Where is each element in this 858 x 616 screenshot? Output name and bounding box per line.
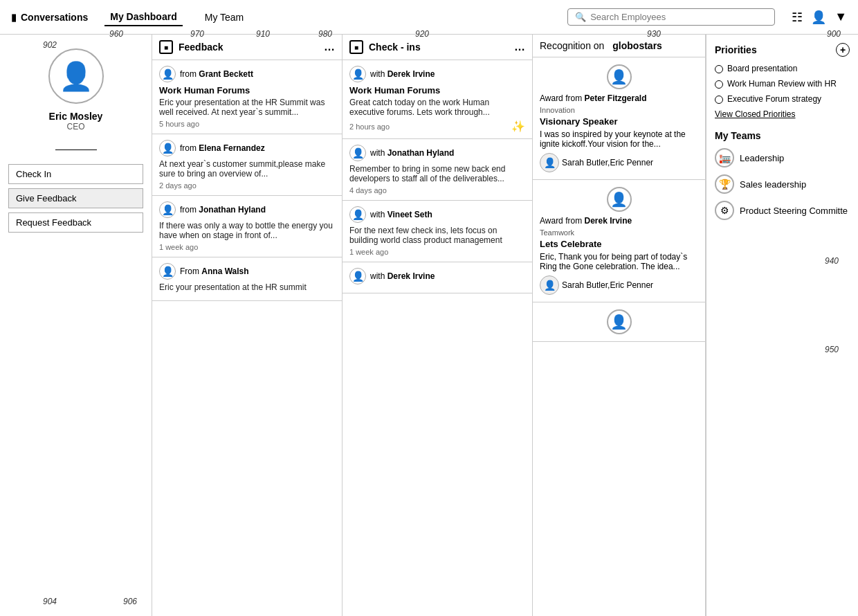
- user-title: CEO: [66, 122, 84, 132]
- anno-930: 930: [647, 29, 661, 39]
- feedback-time-3: 1 week ago: [159, 243, 335, 251]
- recognition-column: Recognition on globostars 👤 Award from P…: [533, 35, 706, 616]
- checkins-column: ■ Check - ins … 👤 with Derek Irvine Work…: [343, 35, 533, 616]
- left-sidebar: 👤 Eric Mosley CEO Check In Give Feedback…: [0, 35, 152, 616]
- feedback-body-1: Eric your presentation at the HR Summit …: [159, 98, 335, 117]
- priority-text-3: Executive Forum strategy: [727, 94, 821, 104]
- feedback-item-3: 👤 from Jonathan Hyland If there was only…: [152, 196, 342, 257]
- search-input[interactable]: [590, 12, 767, 22]
- recog-type-1: Innovation: [540, 106, 698, 114]
- team-avatar-1: 🏣: [715, 148, 734, 167]
- give-feedback-button[interactable]: Give Feedback: [8, 188, 143, 208]
- checkin-time-2: 4 days ago: [349, 186, 525, 194]
- dropdown-arrow-icon[interactable]: ▼: [834, 10, 847, 24]
- checkins-column-header: ■ Check - ins …: [343, 35, 532, 60]
- team-item-3[interactable]: ⚙ Product Steering Committe: [715, 201, 850, 220]
- feedback-avatar-2: 👤: [159, 140, 176, 156]
- feedback-avatar-3: 👤: [159, 201, 176, 218]
- tab-my-team[interactable]: My Team: [199, 9, 250, 26]
- checkin-body-1: Great catch today on the work Human exec…: [349, 98, 525, 117]
- anno-980: 980: [318, 29, 332, 39]
- recog-type-2: Teamwork: [540, 228, 698, 237]
- checkin-from-3: with Vineet Seth: [370, 210, 432, 219]
- priority-text-2: Work Human Review with HR: [727, 79, 837, 89]
- checkin-body-2: Remember to bring in some new back end d…: [349, 164, 525, 183]
- feedback-item-4: 👤 From Anna Walsh Eric your presentation…: [152, 257, 342, 301]
- recognition-header: Recognition on globostars: [533, 35, 705, 57]
- search-icon: 🔍: [575, 12, 586, 22]
- priority-radio-2[interactable]: [715, 80, 723, 89]
- search-bar[interactable]: 🔍: [567, 8, 775, 26]
- feedback-column: ■ Feedback … 👤 from Grant Beckett Work H…: [152, 35, 343, 616]
- feedback-item-3-header: 👤 from Jonathan Hyland: [159, 201, 335, 218]
- feedback-time-1: 5 hours ago: [159, 120, 335, 128]
- request-feedback-button[interactable]: Request Feedback: [8, 212, 143, 233]
- feedback-more-icon[interactable]: …: [324, 41, 335, 53]
- recog-avatar-1: 👤: [607, 64, 632, 89]
- recog-avatars-2: 👤 Sarah Butler,Eric Penner: [540, 275, 698, 295]
- team-item-2[interactable]: 🏆 Sales leadership: [715, 174, 850, 194]
- priority-radio-3[interactable]: [715, 96, 723, 104]
- feedback-item-1: 👤 from Grant Beckett Work Human Forums E…: [152, 60, 342, 134]
- add-priority-button[interactable]: +: [836, 43, 850, 57]
- conversations-nav[interactable]: ▮ Conversations: [11, 12, 88, 23]
- recog-center-1: 👤: [540, 64, 698, 89]
- feedback-from-2: from Elena Fernandez: [180, 143, 265, 153]
- recog-multi-avatar-2a: 👤: [540, 275, 559, 295]
- checkin-item-3-header: 👤 with Vineet Seth: [349, 206, 525, 223]
- checkin-body-3: For the next few check ins, lets focus o…: [349, 226, 525, 245]
- content-area: ■ Feedback … 👤 from Grant Beckett Work H…: [152, 35, 858, 616]
- checkin-item-2-header: 👤 with Jonathan Hyland: [349, 145, 525, 161]
- checkin-item-2: 👤 with Jonathan Hyland Remember to bring…: [343, 139, 532, 201]
- feedback-body-3: If there was only a way to bottle the en…: [159, 221, 335, 240]
- avatar-face-icon: 👤: [59, 60, 93, 93]
- team-item-1[interactable]: 🏣 Leadership: [715, 148, 850, 167]
- feedback-time-2: 2 days ago: [159, 181, 335, 190]
- feedback-item-2: 👤 from Elena Fernandez At next year`s cu…: [152, 134, 342, 196]
- checkin-item-1-header: 👤 with Derek Irvine: [349, 66, 525, 82]
- checkin-badge-1: ✨: [511, 120, 525, 133]
- recognition-feed: 👤 Award from Peter Fitzgerald Innovation…: [533, 57, 705, 616]
- anno-906: 906: [123, 597, 137, 606]
- priority-item-2: Work Human Review with HR: [715, 79, 850, 89]
- feedback-title-1: Work Human Forums: [159, 85, 335, 96]
- recognition-item-3: 👤: [533, 302, 705, 342]
- recognition-brand: globostars: [612, 40, 662, 51]
- recog-award-line-1: Award from Peter Fitzgerald: [540, 93, 698, 103]
- team-name-1: Leadership: [740, 153, 784, 163]
- feedback-avatar-1: 👤: [159, 66, 176, 82]
- user-avatar-icon[interactable]: 👤: [811, 10, 826, 25]
- checkin-avatar-3: 👤: [349, 206, 366, 223]
- checkin-time-3: 1 week ago: [349, 248, 525, 256]
- team-name-2: Sales leadership: [740, 179, 806, 190]
- teams-section-title: My Teams: [715, 130, 850, 141]
- recog-badge-title-1: Visionary Speaker: [540, 116, 698, 127]
- user-avatar: 👤: [48, 48, 104, 104]
- grid-icon[interactable]: ☷: [792, 10, 803, 25]
- recog-recipients-2: Sarah Butler,Eric Penner: [562, 280, 653, 290]
- recog-badge-title-2: Lets Celebrate: [540, 239, 698, 249]
- feedback-feed: 👤 from Grant Beckett Work Human Forums E…: [152, 60, 342, 616]
- recog-avatar-2: 👤: [607, 187, 632, 212]
- anno-904: 904: [43, 597, 57, 606]
- view-closed-priorities[interactable]: View Closed Priorities: [715, 109, 850, 119]
- right-sidebar: Priorities + Board presentation Work Hum…: [706, 35, 858, 616]
- team-name-3: Product Steering Committe: [740, 206, 848, 216]
- priorities-section-title: Priorities +: [715, 43, 850, 57]
- priority-item-1: Board presentation: [715, 64, 850, 73]
- checkins-more-icon[interactable]: …: [514, 41, 525, 53]
- recog-award-line-2: Award from Derek Irvine: [540, 216, 698, 226]
- tab-my-dashboard[interactable]: My Dashboard: [104, 8, 182, 26]
- priority-radio-1[interactable]: [715, 65, 723, 73]
- feedback-body-4: Eric your presentation at the HR summit: [159, 282, 335, 292]
- feedback-body-2: At next year`s customer summit,please ma…: [159, 159, 335, 179]
- checkin-title-1: Work Human Forums: [349, 85, 525, 96]
- anno-970: 970: [190, 29, 204, 39]
- recog-avatar-3: 👤: [607, 309, 632, 334]
- feedback-column-title: Feedback: [179, 42, 223, 53]
- recog-recipients-1: Sarah Butler,Eric Penner: [562, 158, 653, 167]
- check-in-button[interactable]: Check In: [8, 164, 143, 184]
- recognition-item-1: 👤 Award from Peter Fitzgerald Innovation…: [533, 57, 705, 180]
- checkin-item-4-header: 👤 with Derek Irvine: [349, 268, 525, 284]
- team-avatar-3: ⚙: [715, 201, 734, 220]
